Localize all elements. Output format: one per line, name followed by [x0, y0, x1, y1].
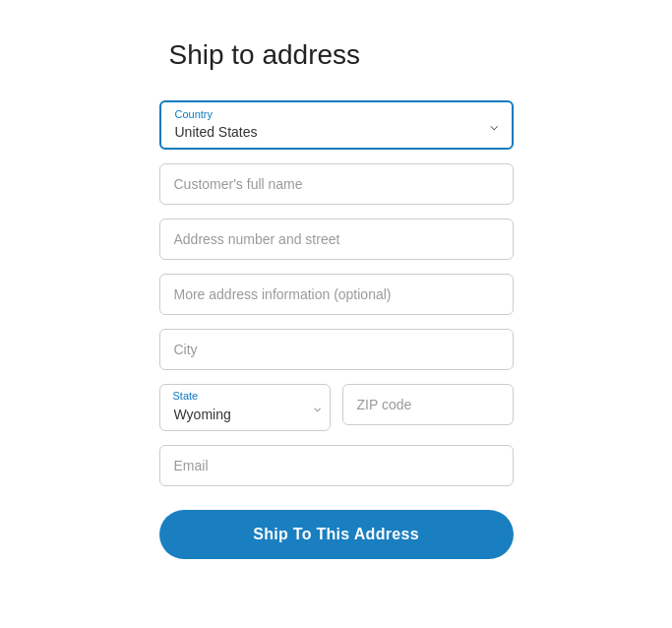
city-input[interactable]	[159, 329, 514, 370]
state-field: State Wyoming Alabama Alaska Arizona Cal…	[159, 384, 331, 431]
submit-button[interactable]: Ship To This Address	[159, 510, 514, 559]
country-select[interactable]: United States Canada United Kingdom Aust…	[161, 102, 512, 148]
country-field: Country United States Canada United King…	[159, 100, 514, 150]
email-field	[159, 445, 514, 486]
address2-input[interactable]	[159, 274, 514, 315]
zip-field	[342, 384, 514, 431]
address-input[interactable]	[159, 219, 514, 260]
state-select[interactable]: Wyoming Alabama Alaska Arizona Californi…	[159, 384, 331, 431]
address-field	[159, 219, 514, 260]
address2-field	[159, 274, 514, 315]
city-field	[159, 329, 514, 370]
ship-to-address-form: Ship to address Country United States Ca…	[150, 20, 523, 579]
zip-input[interactable]	[342, 384, 514, 425]
email-input[interactable]	[159, 445, 514, 486]
state-select-wrapper: State Wyoming Alabama Alaska Arizona Cal…	[159, 384, 331, 431]
page-title: Ship to address	[169, 39, 514, 71]
full-name-input[interactable]	[159, 163, 514, 205]
country-select-wrapper: Country United States Canada United King…	[159, 100, 514, 150]
full-name-field	[159, 163, 514, 205]
state-zip-row: State Wyoming Alabama Alaska Arizona Cal…	[159, 384, 514, 431]
